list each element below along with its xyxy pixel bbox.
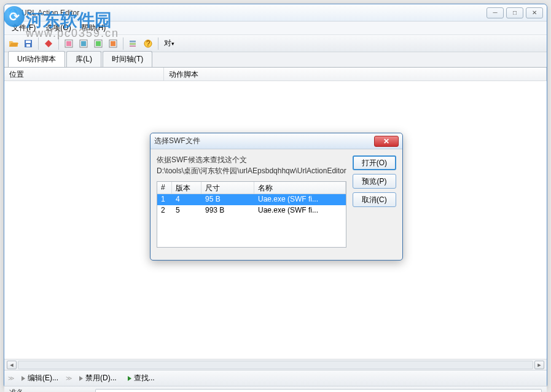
dialog-buttons: 打开(O) 预览(P) 取消(C): [353, 154, 396, 248]
edit-button[interactable]: 编辑(E)...: [18, 372, 62, 385]
col-location[interactable]: 位置: [4, 68, 164, 80]
table-row[interactable]: 1 4 95 B Uae.exe (SWF fi...: [157, 194, 346, 205]
svg-rect-3: [26, 44, 30, 47]
dropdown-button[interactable]: 对 ▾: [162, 37, 177, 50]
save-icon[interactable]: [21, 37, 35, 50]
svg-rect-14: [130, 45, 136, 47]
tab-timeline[interactable]: 时间轴(T): [103, 51, 152, 67]
svg-text:?: ?: [146, 39, 150, 48]
column-headers: 位置 动作脚本: [4, 68, 547, 81]
separator: [123, 37, 123, 50]
preview-button[interactable]: 预览(P): [353, 174, 396, 189]
tab-library[interactable]: 库(L): [66, 51, 101, 67]
dialog-info-line2: D:\tools\桌面\河东软件园\urlAEpsbdqhhqw\UrlActi…: [157, 165, 346, 176]
status-text: 准备.: [9, 388, 95, 392]
separator: [158, 37, 158, 50]
scroll-track[interactable]: [18, 361, 533, 369]
bottom-toolbar: ≫ 编辑(E)... ≫ 禁用(D)... 查找...: [4, 370, 547, 386]
statusbar: 准备.: [4, 386, 547, 392]
find-button[interactable]: 查找...: [124, 372, 158, 385]
svg-rect-9: [96, 41, 101, 46]
table-row[interactable]: 2 5 993 B Uae.exe (SWF fi...: [157, 205, 346, 216]
help-icon[interactable]: ?: [141, 37, 155, 50]
window-controls: ─ □ ✕: [487, 7, 543, 18]
minimize-button[interactable]: ─: [487, 7, 504, 18]
col-action[interactable]: 动作脚本: [164, 68, 547, 80]
dialog-body: 依据SWF候选来查找这个文 D:\tools\桌面\河东软件园\urlAEpsb…: [150, 149, 402, 253]
th-size[interactable]: 尺寸: [201, 182, 254, 194]
status-progress: [95, 389, 542, 393]
svg-rect-12: [130, 41, 136, 42]
tabs: Url动作脚本 库(L) 时间轴(T): [4, 52, 547, 67]
box-orange-icon[interactable]: [106, 37, 120, 50]
menu-help[interactable]: 帮助(H): [76, 22, 111, 34]
menu-file[interactable]: 文件(F): [7, 22, 41, 34]
disable-button[interactable]: 禁用(D)...: [76, 372, 120, 385]
th-num[interactable]: #: [157, 182, 172, 194]
svg-rect-7: [81, 41, 86, 46]
dialog-info: 依据SWF候选来查找这个文 D:\tools\桌面\河东软件园\urlAEpsb…: [157, 154, 346, 176]
cancel-button[interactable]: 取消(C): [353, 192, 396, 207]
app-icon: [8, 8, 18, 18]
box-blue-icon[interactable]: [77, 37, 90, 50]
separator: [38, 37, 39, 50]
th-name[interactable]: 名称: [254, 182, 346, 194]
svg-rect-2: [26, 41, 31, 43]
dialog-info-line1: 依据SWF候选来查找这个文: [157, 154, 346, 165]
open-icon[interactable]: [7, 37, 20, 50]
menu-options[interactable]: 选项(O): [41, 22, 76, 34]
open-button[interactable]: 打开(O): [353, 155, 396, 170]
window-title: URL Action Editor: [21, 9, 487, 17]
chevron-icon: ≫: [66, 375, 72, 382]
svg-rect-13: [130, 43, 136, 45]
scroll-left-icon[interactable]: ◄: [7, 361, 17, 369]
titlebar: URL Action Editor ─ □ ✕: [4, 4, 547, 22]
chevron-icon: ≫: [8, 375, 14, 382]
th-version[interactable]: 版本: [172, 182, 201, 194]
tab-url-action[interactable]: Url动作脚本: [8, 51, 65, 67]
box-pink-icon[interactable]: [62, 37, 76, 50]
box-green-icon[interactable]: [92, 37, 105, 50]
dialog-titlebar: 选择SWF文件 ✕: [150, 133, 402, 149]
toolbar: ? 对 ▾: [4, 35, 547, 52]
dialog-select-swf: 选择SWF文件 ✕ 依据SWF候选来查找这个文 D:\tools\桌面\河东软件…: [150, 133, 403, 261]
dialog-table-header: # 版本 尺寸 名称: [157, 182, 346, 194]
dialog-table: # 版本 尺寸 名称 1 4 95 B Uae.exe (SWF fi... 2…: [157, 181, 346, 248]
svg-rect-11: [111, 41, 115, 46]
svg-rect-5: [66, 41, 71, 46]
scroll-right-icon[interactable]: ►: [534, 361, 544, 369]
close-button[interactable]: ✕: [526, 7, 543, 18]
maximize-button[interactable]: □: [506, 7, 523, 18]
options-icon[interactable]: [127, 37, 140, 50]
dialog-title: 选择SWF文件: [154, 136, 374, 146]
separator: [58, 37, 59, 50]
menubar: 文件(F) 选项(O) 帮助(H): [4, 22, 547, 35]
diamond-red-icon[interactable]: [42, 37, 55, 50]
dialog-close-button[interactable]: ✕: [374, 136, 399, 147]
dialog-left: 依据SWF候选来查找这个文 D:\tools\桌面\河东软件园\urlAEpsb…: [157, 154, 346, 248]
h-scrollbar: ◄ ►: [4, 359, 547, 370]
